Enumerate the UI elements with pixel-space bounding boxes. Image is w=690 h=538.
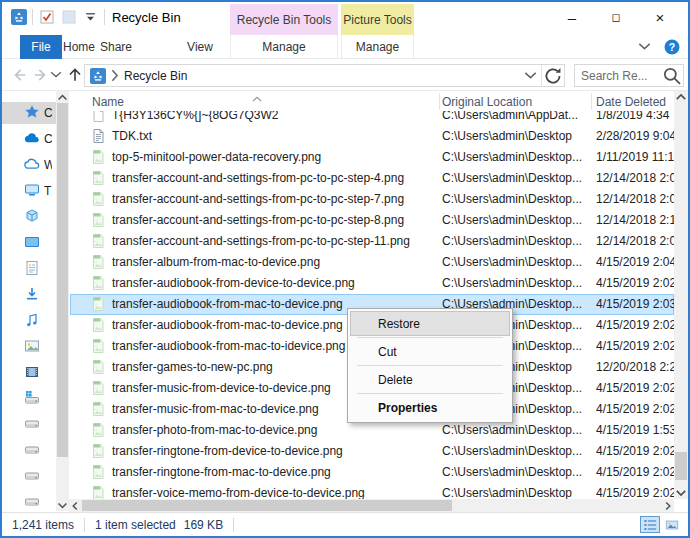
address-dropdown-icon[interactable] (519, 65, 541, 86)
list-vertical-scrollbar[interactable] (674, 91, 688, 499)
up-icon[interactable] (66, 66, 84, 84)
scroll-right-icon[interactable] (662, 499, 674, 512)
title-bar: Recycle Bin Recycle Bin Tools Picture To… (2, 2, 688, 35)
address-box[interactable]: Recycle Bin (84, 64, 565, 87)
cloud-outline-icon (24, 156, 40, 175)
file-png-icon (90, 170, 106, 186)
picture-tools-tab[interactable]: Picture Tools (341, 4, 414, 35)
file-row[interactable]: transfer-voice-memo-from-device-to-devic… (70, 483, 674, 499)
breadcrumb-path: Recycle Bin (124, 69, 187, 83)
file-date-deleted: 2/28/2019 9:04 (596, 126, 674, 147)
maximize-button[interactable]: ◻ (594, 4, 638, 30)
large-icons-view-button[interactable] (662, 516, 682, 533)
tab-manage-recycle[interactable]: Manage (230, 35, 338, 59)
file-row[interactable]: transfer-account-and-settings-from-pc-to… (70, 231, 674, 252)
forward-icon[interactable] (32, 66, 50, 84)
breadcrumb-chevron-icon[interactable] (110, 67, 120, 84)
sidebar-item-pictures[interactable] (2, 336, 56, 358)
column-divider[interactable] (591, 93, 592, 110)
file-original-location: C:\Users\admin\Desktop... (442, 462, 594, 483)
context-menu-item-delete[interactable]: Delete (350, 367, 510, 392)
file-row[interactable]: transfer-ringtone-from-device-to-device.… (70, 441, 674, 462)
scroll-up-icon[interactable] (674, 91, 688, 103)
properties-shortcut-icon[interactable] (38, 8, 55, 25)
tab-manage-picture[interactable]: Manage (341, 35, 414, 59)
scrollbar-thumb[interactable] (82, 500, 452, 511)
file-row[interactable]: T{H3Y136CY%{]~{8OG7Q3W2C:\Users\admin\Ap… (70, 111, 674, 126)
back-icon[interactable] (10, 66, 28, 84)
customize-qat-icon[interactable] (82, 8, 99, 25)
sidebar-item-videos[interactable] (2, 362, 56, 384)
file-name: T{H3Y136CY%{]~{8OG7Q3W2 (112, 111, 438, 126)
details-view-button[interactable] (640, 516, 660, 533)
column-original-location[interactable]: Original Location (442, 91, 582, 111)
qat-placeholder-icon[interactable] (60, 8, 77, 25)
file-png-icon (90, 254, 106, 270)
file-row[interactable]: transfer-account-and-settings-from-pc-to… (70, 210, 674, 231)
help-icon[interactable]: ? (663, 38, 680, 55)
ribbon-tab-row: File Home Share View Manage Manage ? (2, 35, 688, 59)
main-area: CCWT Name Original Location Date Deleted… (2, 91, 688, 512)
sidebar-item-cloud-sync[interactable]: W (2, 154, 56, 176)
context-menu-item-restore[interactable]: Restore (350, 311, 510, 336)
sidebar-item-local-disk-c[interactable] (2, 388, 56, 410)
file-png-icon (90, 149, 106, 165)
scrollbar-thumb[interactable] (57, 103, 68, 457)
column-name[interactable]: Name (92, 91, 432, 111)
sidebar-item-documents[interactable] (2, 258, 56, 280)
file-row[interactable]: TDK.txtC:\Users\admin\Desktop2/28/2019 9… (70, 126, 674, 147)
file-row[interactable]: top-5-minitool-power-data-recovery.pngC:… (70, 147, 674, 168)
sidebar-item-quick-access[interactable]: C (2, 102, 56, 124)
expand-ribbon-icon[interactable] (636, 38, 653, 55)
file-row[interactable]: transfer-audiobook-from-device-to-device… (70, 273, 674, 294)
navigation-pane: CCWT (2, 102, 56, 518)
file-original-location: C:\Users\admin\Desktop... (442, 168, 594, 189)
context-menu-item-cut[interactable]: Cut (350, 339, 510, 364)
tab-share[interactable]: Share (98, 35, 134, 59)
breadcrumb[interactable]: Recycle Bin (85, 67, 519, 84)
scrollbar-thumb[interactable] (675, 452, 687, 480)
sidebar-item-drive-1[interactable] (2, 414, 56, 436)
file-original-location: C:\Users\admin\Desktop... (442, 231, 594, 252)
navpane-scrollbar[interactable] (56, 91, 69, 511)
file-row[interactable]: transfer-ringtone-from-mac-to-device.png… (70, 462, 674, 483)
sidebar-item-desktop[interactable] (2, 232, 56, 254)
recent-locations-icon[interactable] (50, 66, 62, 84)
minimize-button[interactable]: – (550, 4, 594, 30)
search-icon[interactable] (661, 65, 683, 87)
sidebar-item-downloads[interactable] (2, 284, 56, 306)
sidebar-item-drive-4[interactable] (2, 492, 56, 514)
file-png-icon (90, 464, 106, 480)
recycle-bin-tools-tab[interactable]: Recycle Bin Tools (230, 4, 338, 35)
column-divider[interactable] (439, 93, 440, 110)
tab-view[interactable]: View (182, 35, 218, 59)
column-date-deleted[interactable]: Date Deleted (596, 91, 672, 111)
file-date-deleted: 12/14/2018 2:0 (596, 168, 674, 189)
sidebar-item-3d-objects[interactable] (2, 206, 56, 228)
file-row[interactable]: transfer-photo-from-mac-to-device.pngC:\… (70, 420, 674, 441)
tab-home[interactable]: Home (62, 35, 96, 59)
tab-file[interactable]: File (20, 35, 62, 59)
sidebar-item-this-pc[interactable]: T (2, 180, 56, 202)
file-date-deleted: 4/15/2019 2:02 (596, 483, 674, 499)
file-row[interactable]: transfer-album-from-mac-to-device.pngC:\… (70, 252, 674, 273)
scroll-down-icon[interactable] (56, 499, 69, 511)
scroll-down-icon[interactable] (674, 487, 688, 499)
sidebar-item-drive-3[interactable] (2, 466, 56, 488)
file-row[interactable]: transfer-account-and-settings-from-pc-to… (70, 189, 674, 210)
context-menu-item-properties[interactable]: Properties (350, 395, 510, 420)
selection-size: 169 KB (180, 518, 233, 532)
scroll-left-icon[interactable] (69, 499, 81, 512)
sidebar-item-label: W (44, 158, 52, 172)
sidebar-item-onedrive[interactable]: C (2, 128, 56, 150)
list-horizontal-scrollbar[interactable] (69, 499, 674, 512)
refresh-icon[interactable] (542, 65, 564, 86)
close-button[interactable]: × (638, 4, 682, 30)
window-controls: – ◻ × (550, 4, 682, 30)
sidebar-item-music[interactable] (2, 310, 56, 332)
file-row[interactable]: transfer-account-and-settings-from-pc-to… (70, 168, 674, 189)
sidebar-item-drive-2[interactable] (2, 440, 56, 462)
search-input[interactable] (575, 69, 661, 83)
quick-access-toolbar (10, 8, 105, 25)
scroll-up-icon[interactable] (56, 91, 69, 103)
